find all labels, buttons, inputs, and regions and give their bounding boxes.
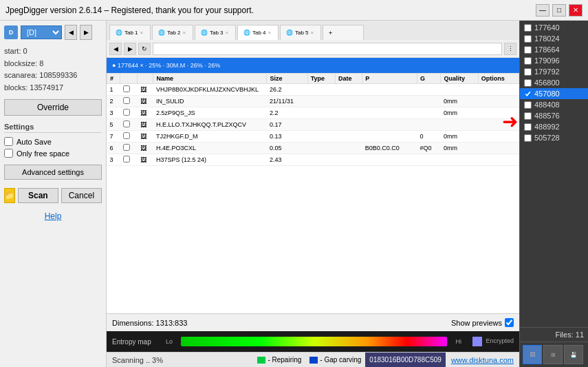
file-list-item[interactable]: 505728 <box>520 132 588 143</box>
advanced-settings-button[interactable]: Advanced settings <box>4 165 102 180</box>
table-row[interactable]: 7🖼TJ2HKGF.D_M0.1300mm <box>107 131 519 143</box>
action-buttons: 📁 Scan Cancel <box>4 188 102 203</box>
drive-combo[interactable]: [D] [C] [E] <box>21 25 62 39</box>
file-list-item[interactable]: 177640 <box>520 22 588 33</box>
file-list-item[interactable]: 456800 <box>520 77 588 88</box>
table-row[interactable]: 1🖼VHJP8B0XJKDFKLMJZXNCVBHJKL26.2 <box>107 84 519 96</box>
thumbnail-image-view[interactable]: 🖼 <box>523 345 542 364</box>
row-checkbox[interactable] <box>123 120 130 127</box>
repairing-status: - Repairing <box>253 356 305 364</box>
folder-button[interactable]: 📁 <box>4 188 15 203</box>
browser-address-bar[interactable]: C:/Users/monkey/chrome-extension/cdpbhbm… <box>153 43 502 55</box>
table-cell <box>478 96 519 107</box>
table-cell <box>362 154 417 166</box>
cancel-button[interactable]: Cancel <box>61 188 102 203</box>
thumbnail-grid-view[interactable]: ⊞ <box>543 345 563 364</box>
gap-label: - Gap carving <box>320 356 361 364</box>
drive-next-button[interactable]: ▶ <box>80 25 92 40</box>
file-list-item[interactable]: 488576 <box>520 110 588 121</box>
table-cell: #Q0 <box>417 143 441 154</box>
browser-tab-3[interactable]: 🌐 Tab 3 × <box>195 25 236 40</box>
scan-button[interactable]: Scan <box>18 188 58 203</box>
table-cell <box>478 119 519 131</box>
settings-label: Settings <box>4 123 102 133</box>
file-list-item[interactable]: 178664 <box>520 44 588 55</box>
table-cell <box>441 84 478 96</box>
browser-tab-5[interactable]: 🌐 Tab 5 × <box>280 25 321 40</box>
table-cell <box>336 107 362 119</box>
row-checkbox[interactable] <box>123 156 130 162</box>
help-link[interactable]: Help <box>4 211 102 221</box>
row-checkbox[interactable] <box>123 97 130 104</box>
table-cell: 0mm <box>441 143 478 154</box>
browser-new-tab-button[interactable]: + <box>323 25 364 40</box>
file-list: 1776401780241786641790961797924568004570… <box>520 21 588 327</box>
file-list-id: 488408 <box>534 101 560 109</box>
show-previews-label: Show previews <box>451 319 502 327</box>
close-button[interactable]: ✕ <box>569 4 582 17</box>
table-row[interactable]: 3🖼H37SPS (12.5 24)2.43 <box>107 154 519 166</box>
show-previews-checkbox[interactable] <box>505 318 514 327</box>
table-cell: TJ2HKGF.D_M <box>153 131 267 143</box>
thumbnail-save-view[interactable]: 💾 <box>564 345 583 364</box>
file-list-item[interactable]: 178024 <box>520 33 588 44</box>
browser-tab-4[interactable]: 🌐 Tab 4 × <box>237 25 279 40</box>
website-link[interactable]: www.disktuna.com <box>446 356 519 364</box>
browser-back-button[interactable]: ◀ <box>109 43 122 55</box>
file-list-item[interactable]: 488408 <box>520 99 588 110</box>
gap-color-box <box>309 357 318 364</box>
file-list-checkbox[interactable] <box>524 90 532 98</box>
browser-tab-2[interactable]: 🌐 Tab 2 × <box>152 25 193 40</box>
entropy-bar <box>181 337 447 346</box>
drive-prev-button[interactable]: ◀ <box>65 25 77 40</box>
entropy-hi-label: Hi <box>455 338 461 345</box>
file-list-checkbox[interactable] <box>524 101 532 109</box>
file-list-item[interactable]: 179096 <box>520 55 588 66</box>
center-panel: 🌐 Tab 1 × 🌐 Tab 2 × 🌐 Tab 3 × <box>107 21 519 367</box>
row-checkbox[interactable] <box>123 132 130 139</box>
file-list-checkbox[interactable] <box>524 57 532 65</box>
row-checkbox[interactable] <box>123 85 130 92</box>
table-cell: 🖼 <box>138 154 153 166</box>
file-list-item[interactable]: 488992 <box>520 121 588 132</box>
main-layout: D [D] [C] [E] ◀ ▶ start: 0 blocksize: 8 … <box>0 21 588 367</box>
browser-settings-button[interactable]: ⋮ <box>504 43 516 55</box>
table-cell <box>307 119 335 131</box>
override-button[interactable]: Override <box>4 99 102 116</box>
col-num: # <box>107 74 120 84</box>
file-list-item[interactable]: 457080 <box>520 88 588 99</box>
table-row[interactable]: 6🖼H.4E.PO3CXL0.05B0B0.C0.C0#Q00mm <box>107 143 519 154</box>
table-cell <box>478 143 519 154</box>
file-list-checkbox[interactable] <box>524 24 532 32</box>
drive-selector: D [D] [C] [E] ◀ ▶ <box>4 25 102 40</box>
table-row[interactable]: 3🖼2.5zP9QS_JS2.20mm <box>107 107 519 119</box>
file-list-checkbox[interactable] <box>524 123 532 131</box>
file-list-item[interactable]: 179792 <box>520 66 588 77</box>
table-cell <box>417 154 441 166</box>
row-checkbox[interactable] <box>123 109 130 116</box>
table-row[interactable]: 2🖼IN_SULID21/11/310mm <box>107 96 519 107</box>
file-list-checkbox[interactable] <box>524 112 532 120</box>
file-list-checkbox[interactable] <box>524 79 532 87</box>
file-list-checkbox[interactable] <box>524 35 532 43</box>
table-cell <box>362 107 417 119</box>
row-checkbox[interactable] <box>123 144 130 151</box>
browser-tabs: 🌐 Tab 1 × 🌐 Tab 2 × 🌐 Tab 3 × <box>107 21 519 40</box>
browser-tab-1[interactable]: 🌐 Tab 1 × <box>109 25 151 40</box>
col-name: Name <box>153 74 267 84</box>
browser-refresh-button[interactable]: ↻ <box>138 43 151 55</box>
table-cell: 0.13 <box>267 131 307 143</box>
only-free-space-checkbox[interactable] <box>4 149 13 158</box>
table-cell <box>336 84 362 96</box>
table-cell <box>120 143 138 154</box>
browser-forward-button[interactable]: ▶ <box>124 43 136 55</box>
file-list-checkbox[interactable] <box>524 134 532 142</box>
table-row[interactable]: 5🖼H.E.LLO.TXJHKQQ.T.PLZXQCV0.17 <box>107 119 519 131</box>
maximize-button[interactable]: □ <box>552 4 566 17</box>
minimize-button[interactable]: — <box>536 4 549 17</box>
file-list-checkbox[interactable] <box>524 46 532 54</box>
file-list-id: 488576 <box>534 112 560 120</box>
table-cell: 🖼 <box>138 84 153 96</box>
auto-save-checkbox[interactable] <box>4 137 13 146</box>
file-list-checkbox[interactable] <box>524 68 532 76</box>
